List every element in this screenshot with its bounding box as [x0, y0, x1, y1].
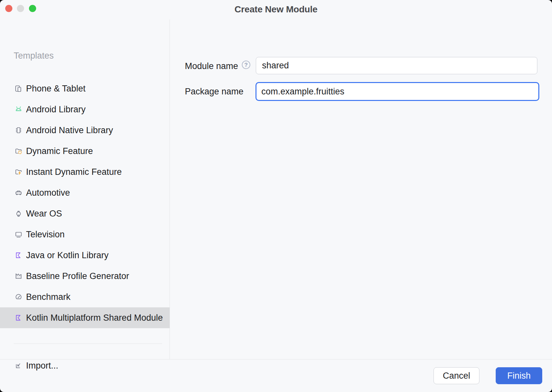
template-item-dynamic-feature[interactable]: Dynamic Feature	[0, 141, 170, 161]
phone-tablet-icon	[15, 85, 22, 92]
template-item-label: Baseline Profile Generator	[26, 271, 129, 281]
template-list: Phone & Tablet Android Library	[0, 78, 170, 328]
dialog-title: Create New Module	[0, 0, 552, 20]
template-item-phone-tablet[interactable]: Phone & Tablet	[0, 78, 170, 99]
template-item-label: Android Native Library	[26, 125, 113, 135]
template-item-label: Kotlin Multiplatform Shared Module	[26, 313, 163, 323]
template-item-label: Dynamic Feature	[26, 146, 93, 156]
module-name-input[interactable]	[256, 57, 537, 74]
templates-header: Templates	[14, 51, 54, 61]
android-icon	[15, 105, 22, 113]
template-item-label: Automotive	[26, 188, 70, 198]
sidebar-separator	[14, 343, 162, 344]
template-item-label: Instant Dynamic Feature	[26, 167, 122, 177]
footer-bar: Cancel Finish	[0, 359, 552, 392]
kotlin-icon	[15, 314, 22, 322]
folder-instant-dynamic-feature-icon	[15, 168, 22, 176]
template-item-kotlin-multiplatform-shared-module[interactable]: Kotlin Multiplatform Shared Module	[0, 307, 170, 328]
template-item-label: Java or Kotlin Library	[26, 250, 109, 260]
template-item-label: Television	[26, 230, 65, 240]
tv-icon	[15, 231, 22, 238]
cancel-button[interactable]: Cancel	[434, 367, 479, 384]
chart-icon	[15, 272, 22, 280]
module-name-label: Module name	[185, 61, 238, 71]
templates-sidebar: Templates Phone & Tablet	[0, 20, 170, 359]
template-item-label: Wear OS	[26, 209, 62, 219]
watch-icon	[15, 210, 22, 217]
finish-button[interactable]: Finish	[496, 367, 542, 384]
template-item-television[interactable]: Television	[0, 224, 170, 245]
template-item-wear-os[interactable]: Wear OS	[0, 203, 170, 224]
folder-dynamic-feature-icon	[15, 147, 22, 155]
template-item-label: Phone & Tablet	[26, 84, 86, 94]
package-name-label: Package name	[185, 87, 243, 97]
template-item-benchmark[interactable]: Benchmark	[0, 287, 170, 307]
help-icon[interactable]: ?	[242, 61, 250, 69]
package-name-input[interactable]	[255, 82, 539, 101]
template-item-automotive[interactable]: Automotive	[0, 182, 170, 203]
kotlin-icon	[15, 251, 22, 259]
car-icon	[15, 189, 22, 197]
gauge-icon	[15, 293, 22, 301]
template-item-baseline-profile-generator[interactable]: Baseline Profile Generator	[0, 266, 170, 287]
template-item-android-library[interactable]: Android Library	[0, 99, 170, 120]
chip-icon	[15, 126, 22, 134]
create-new-module-dialog: Create New Module Templates Phone & Tabl…	[0, 0, 552, 392]
template-item-instant-dynamic-feature[interactable]: Instant Dynamic Feature	[0, 161, 170, 182]
module-form: Module name ? Package name	[170, 20, 552, 359]
template-item-label: Benchmark	[26, 292, 71, 302]
template-item-android-native-library[interactable]: Android Native Library	[0, 120, 170, 141]
titlebar: Create New Module	[0, 0, 552, 20]
template-item-label: Android Library	[26, 105, 86, 115]
template-item-java-kotlin-library[interactable]: Java or Kotlin Library	[0, 245, 170, 266]
